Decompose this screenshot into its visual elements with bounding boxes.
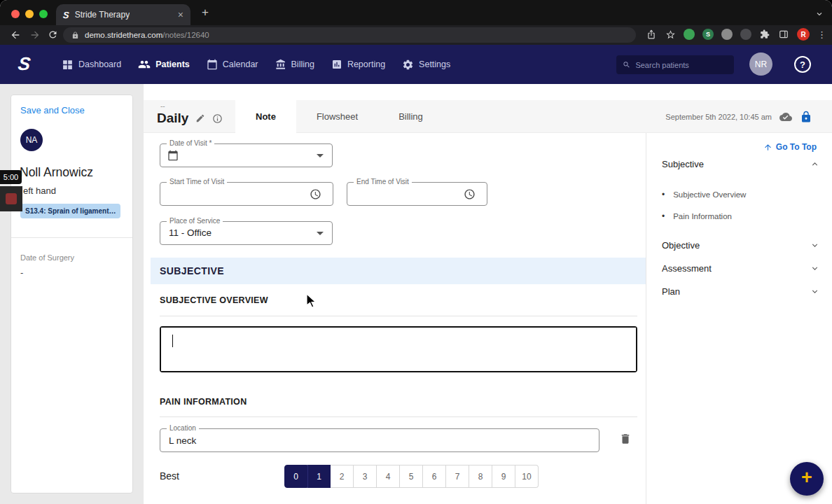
go-to-top-button[interactable]: Go To Top — [763, 142, 817, 152]
main-nav: Dashboard Patients Calendar Billing Repo… — [62, 45, 450, 84]
stride-logo[interactable]: S — [17, 53, 32, 75]
extension-icon[interactable] — [684, 29, 695, 40]
pain-scale-7[interactable]: 7 — [446, 465, 469, 488]
tab-note[interactable]: Note — [235, 100, 296, 134]
end-time-field[interactable]: End Time of Visit — [347, 182, 487, 206]
pain-scale-4[interactable]: 4 — [377, 465, 400, 488]
browser-menu-icon[interactable]: ⋮ — [817, 29, 826, 40]
pain-location-input[interactable] — [160, 429, 599, 451]
extension-icon[interactable] — [740, 29, 751, 40]
settings-gear-icon — [402, 59, 414, 71]
nav-item-calendar[interactable]: Calendar — [207, 59, 258, 70]
date-of-visit-field[interactable]: Date of Visit * — [160, 144, 333, 167]
pain-scale-2[interactable]: 2 — [331, 465, 354, 488]
share-icon[interactable] — [646, 29, 657, 40]
pain-location-label: Location — [167, 424, 199, 432]
extensions-puzzle-icon[interactable] — [759, 29, 770, 40]
nav-item-patients[interactable]: Patients — [138, 58, 190, 71]
url-host: demo.stridethera.com — [85, 31, 162, 39]
info-icon[interactable] — [212, 113, 223, 124]
chevron-down-icon[interactable] — [810, 287, 819, 296]
zoom-window-button[interactable] — [39, 10, 48, 18]
dropdown-caret-icon[interactable] — [317, 232, 324, 239]
browser-tab[interactable]: S Stride Therapy × — [56, 4, 190, 25]
app-header: S Dashboard Patients Calendar Billing Re… — [0, 45, 832, 84]
close-tab-icon[interactable]: × — [178, 10, 183, 20]
chevron-down-icon[interactable] — [810, 264, 819, 273]
extension-stride-icon[interactable]: S — [702, 29, 714, 40]
search-input[interactable] — [635, 61, 728, 69]
nav-item-dashboard[interactable]: Dashboard — [62, 59, 121, 71]
pain-scale-3[interactable]: 3 — [354, 465, 377, 488]
lock-note-icon[interactable] — [800, 111, 812, 123]
calendar-icon[interactable] — [167, 150, 179, 164]
arrow-up-icon — [763, 143, 772, 152]
minimize-window-button[interactable] — [25, 10, 34, 18]
dropdown-caret-icon[interactable] — [317, 154, 324, 161]
pain-scale-8[interactable]: 8 — [469, 465, 492, 488]
nav-item-settings[interactable]: Settings — [402, 59, 450, 71]
pain-scale-segmented-control: 0 1 2 3 4 5 6 7 8 9 10 — [284, 465, 539, 488]
tab-billing[interactable]: Billing — [378, 100, 443, 134]
tab-flowsheet[interactable]: Flowsheet — [296, 100, 378, 134]
tab-title: Stride Therapy — [75, 10, 130, 20]
delete-pain-entry-trash-icon[interactable] — [619, 433, 632, 448]
subjective-overview-input[interactable] — [161, 328, 636, 371]
calendar-icon — [207, 59, 218, 70]
user-avatar[interactable]: NR — [749, 52, 772, 76]
place-of-service-label: Place of Service — [167, 217, 223, 225]
outline-item-pain-information[interactable]: • Pain Information — [662, 211, 732, 221]
note-tabs: Note Flowsheet Billing — [235, 100, 443, 133]
surgery-date-value: - — [20, 267, 23, 278]
bookmark-star-icon[interactable] — [665, 29, 676, 40]
back-button[interactable] — [10, 29, 21, 41]
page-content: Save and Close NA Noll Arnowicz eft hand… — [0, 84, 832, 504]
nav-item-billing[interactable]: Billing — [275, 59, 314, 70]
patient-search[interactable] — [616, 55, 734, 74]
extension-icon[interactable] — [721, 29, 733, 40]
recording-stop-button[interactable] — [0, 186, 22, 211]
outline-section-assessment[interactable]: Assessment — [662, 263, 819, 274]
subjective-section-header[interactable]: SUBJECTIVE — [151, 258, 646, 284]
pain-scale-0[interactable]: 0 — [284, 465, 307, 488]
clock-icon[interactable] — [464, 188, 476, 203]
side-panel-icon[interactable] — [778, 29, 789, 40]
bullet-icon: • — [662, 211, 665, 221]
text-caret — [172, 335, 173, 347]
close-window-button[interactable] — [11, 10, 20, 18]
start-time-field[interactable]: Start Time of Visit — [160, 182, 333, 206]
add-fab-button[interactable]: + — [790, 462, 824, 496]
outline-section-subjective[interactable]: Subjective — [662, 159, 819, 169]
chevron-down-icon[interactable] — [810, 241, 819, 250]
place-of-service-select[interactable]: Place of Service 11 - Office — [160, 221, 333, 245]
pain-scale-1[interactable]: 1 — [307, 465, 331, 488]
pain-scale-5[interactable]: 5 — [400, 465, 423, 488]
edit-title-pencil-icon[interactable] — [195, 113, 205, 123]
forward-button[interactable] — [29, 29, 41, 41]
outline-section-plan[interactable]: Plan — [662, 286, 819, 297]
pain-scale-6[interactable]: 6 — [423, 465, 446, 488]
address-bar[interactable]: demo.stridethera.com/notes/12640 — [63, 27, 636, 43]
patient-avatar: NA — [20, 129, 43, 151]
outline-item-subjective-overview[interactable]: • Subjective Overview — [662, 190, 746, 200]
chevron-up-icon[interactable] — [810, 160, 819, 169]
subjective-section-title: SUBJECTIVE — [160, 265, 224, 276]
diagnosis-chip[interactable]: S13.4: Sprain of ligament… — [20, 204, 120, 218]
save-and-close-link[interactable]: Save and Close — [20, 105, 85, 115]
help-button[interactable]: ? — [794, 56, 811, 73]
clock-icon[interactable] — [310, 188, 321, 203]
reload-button[interactable] — [48, 29, 59, 41]
subjective-overview-textarea[interactable] — [160, 326, 637, 372]
browser-profile-avatar[interactable]: R — [797, 28, 810, 41]
tab-search-chevron-icon[interactable] — [815, 8, 824, 21]
new-tab-button[interactable]: + — [202, 6, 209, 20]
pain-scale-10[interactable]: 10 — [515, 465, 539, 488]
url-path: /notes/12640 — [162, 31, 209, 39]
note-header: -- Daily Note Flowsheet Billing Septembe… — [144, 100, 832, 133]
outline-section-objective[interactable]: Objective — [662, 240, 819, 251]
pain-scale-9[interactable]: 9 — [492, 465, 515, 488]
recording-timer-badge: 5:00 — [0, 170, 22, 184]
site-lock-icon[interactable] — [71, 31, 79, 39]
nav-item-reporting[interactable]: Reporting — [331, 59, 385, 70]
pain-location-field[interactable]: Location — [160, 428, 599, 452]
